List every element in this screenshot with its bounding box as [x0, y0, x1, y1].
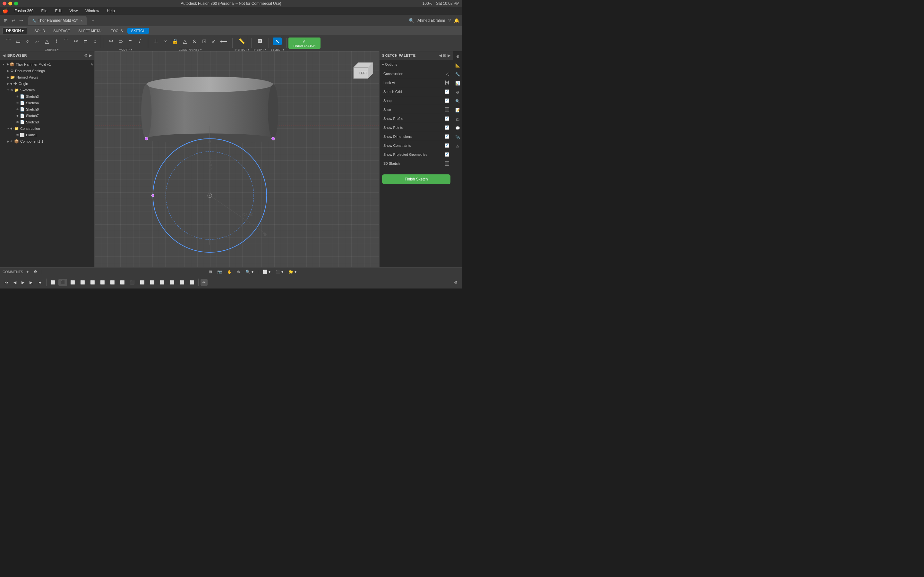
finish-sketch-toolbar-button[interactable]: ✓ FINISH SKETCH	[288, 37, 320, 49]
3d-sketch-checkbox[interactable]	[445, 161, 449, 166]
menu-edit[interactable]: Edit	[54, 8, 63, 14]
timeline-item-2[interactable]: ⬛	[58, 279, 67, 286]
finish-sketch-palette-button[interactable]: Finish Sketch	[382, 174, 451, 184]
tab-surface[interactable]: SURFACE	[49, 28, 74, 34]
tab-new-btn[interactable]: ⊞	[3, 17, 9, 24]
tree-item-origin[interactable]: ▶ 👁 ✚ Origin	[0, 81, 94, 87]
show-profile-checkbox[interactable]	[445, 116, 449, 121]
tree-item-root[interactable]: ▾ 👁 📦 Thor Hammer Mold v1 ✎	[0, 61, 94, 68]
point-tool[interactable]: ✂	[71, 37, 80, 45]
expand-icon-doc[interactable]: ▶	[6, 69, 10, 73]
slice-checkbox[interactable]	[445, 107, 449, 112]
circle-tool[interactable]: ○	[23, 37, 32, 45]
right-icon-3[interactable]: 🔧	[454, 71, 462, 78]
right-icon-8[interactable]: 🗂	[454, 115, 462, 123]
root-edit-icon[interactable]: ✎	[90, 63, 93, 66]
notifications-icon[interactable]: 🔔	[454, 18, 459, 23]
tab-sketch[interactable]: SKETCH	[128, 28, 150, 34]
offset-tool[interactable]: ⊏	[81, 37, 90, 45]
palette-left-btn[interactable]: ◀	[439, 53, 442, 58]
spline-tool[interactable]: ⌇	[52, 37, 61, 45]
minimize-button[interactable]	[8, 2, 12, 5]
timeline-item-14[interactable]: ⬜	[178, 279, 186, 286]
fix-tool[interactable]: ⊙	[190, 37, 199, 45]
tree-item-sketch6[interactable]: ▶ 👁 📄 Sketch6	[0, 106, 94, 113]
right-icon-6[interactable]: 🔍	[454, 97, 462, 105]
timeline-item-5[interactable]: ⬜	[88, 279, 97, 286]
line-tool[interactable]: ⌒	[4, 37, 13, 45]
show-points-checkbox[interactable]	[445, 125, 449, 130]
zoom-fit-btn[interactable]: ⊕	[235, 268, 242, 276]
tree-item-plane1[interactable]: ▶ 👁 ⬜ Plane1	[0, 132, 94, 138]
tree-item-sketch8[interactable]: ▶ 👁 📄 Sketch8	[0, 119, 94, 125]
browser-collapse-btn[interactable]: ◀	[3, 53, 5, 58]
tree-item-sketches[interactable]: ▾ 👁 📁 Sketches	[0, 87, 94, 93]
tab-close-button[interactable]: ×	[81, 19, 83, 23]
effects-btn[interactable]: 🌟 ▾	[286, 268, 298, 276]
fillet-tool[interactable]: =	[126, 37, 135, 45]
coincident-tool[interactable]: ⊥	[152, 37, 160, 45]
timeline-item-10[interactable]: ⬜	[138, 279, 147, 286]
snap-checkbox[interactable]	[445, 98, 449, 103]
conic-tool[interactable]: ⌒	[61, 37, 71, 45]
tab-redo[interactable]: ↪	[18, 17, 24, 24]
eye-icon-sketch3[interactable]: 👁	[16, 95, 19, 98]
inspect-tool[interactable]: 📏	[237, 37, 246, 45]
eye-icon-origin[interactable]: 👁	[10, 82, 13, 85]
timeline-item-8[interactable]: ⬜	[118, 279, 127, 286]
tree-item-sketch3[interactable]: ▶ 👁 📄 Sketch3	[0, 93, 94, 100]
browser-settings-btn[interactable]: ⚙	[84, 53, 87, 58]
arc-tool[interactable]: ⌓	[33, 37, 42, 45]
show-projected-checkbox[interactable]	[445, 152, 449, 157]
timeline-item-9[interactable]: ⬛	[128, 279, 137, 286]
view-mode-btn[interactable]: ⊞	[207, 268, 214, 276]
tree-item-sketch4[interactable]: ▶ 👁 📄 Sketch4	[0, 100, 94, 106]
right-icon-2[interactable]: 📐	[454, 61, 462, 69]
timeline-item-4[interactable]: ⬜	[78, 279, 87, 286]
comments-settings-btn[interactable]: ⚙	[32, 268, 39, 276]
zoom-level-btn[interactable]: 🔍 ▾	[244, 268, 255, 276]
collinear-tool[interactable]: ×	[161, 37, 170, 45]
tree-item-doc-settings[interactable]: ▶ ⚙ Document Settings	[0, 68, 94, 74]
menu-fusion[interactable]: Fusion 360	[13, 8, 35, 14]
options-title[interactable]: ▾ Options	[382, 63, 451, 67]
eye-icon-component1[interactable]: 👁	[10, 140, 13, 143]
expand-icon-root[interactable]: ▾	[1, 63, 6, 66]
show-constraints-checkbox[interactable]	[445, 143, 449, 148]
polygon-tool[interactable]: △	[42, 37, 51, 45]
tree-item-sketch7[interactable]: ▶ 👁 📄 Sketch7	[0, 113, 94, 119]
select-tool[interactable]: ↖	[273, 37, 282, 45]
offset2-tool[interactable]: /	[136, 37, 144, 45]
eye-icon-root[interactable]: 👁	[6, 63, 9, 66]
eye-icon-sketch8[interactable]: 👁	[16, 121, 19, 124]
tab-tools[interactable]: TOOLS	[107, 28, 127, 34]
pan-btn[interactable]: ✋	[225, 268, 234, 276]
maximize-button[interactable]	[14, 2, 18, 5]
timeline-play-btn[interactable]: ▶	[19, 279, 26, 286]
design-mode-button[interactable]: DESIGN ▾	[3, 27, 27, 34]
timeline-next-btn[interactable]: ▶|	[27, 279, 35, 286]
timeline-item-6[interactable]: ⬜	[98, 279, 107, 286]
tab-undo[interactable]: ↩	[10, 17, 17, 24]
tab-sheet-metal[interactable]: SHEET METAL	[74, 28, 106, 34]
right-icon-1[interactable]: ⊕	[454, 53, 462, 60]
sketch-grid-checkbox[interactable]	[445, 89, 449, 94]
rect-tool[interactable]: ▭	[13, 37, 23, 45]
timeline-prev-btn[interactable]: ◀	[11, 279, 18, 286]
parallel-tool[interactable]: ⊡	[200, 37, 208, 45]
eye-icon-sketch4[interactable]: 👁	[16, 101, 19, 105]
tree-item-named-views[interactable]: ▶ 📂 Named Views	[0, 74, 94, 81]
extend-tool[interactable]: ⊃	[116, 37, 125, 45]
tree-item-component1[interactable]: ▶ 👁 📦 Component1:1	[0, 138, 94, 145]
right-icon-11[interactable]: ⚠	[454, 142, 462, 150]
menu-help[interactable]: Help	[105, 8, 116, 14]
timeline-end-btn[interactable]: ⏭	[37, 279, 44, 286]
active-sketch-marker[interactable]: ✏	[200, 279, 208, 286]
construction-icon-btn[interactable]: ◁	[446, 71, 449, 76]
timeline-item-15[interactable]: ⬜	[188, 279, 196, 286]
search-icon[interactable]: 🔍	[409, 18, 414, 23]
concentric-tool[interactable]: 🔒	[171, 37, 180, 45]
eye-icon-sketch7[interactable]: 👁	[16, 114, 19, 118]
timeline-item-1[interactable]: ⬜	[48, 279, 57, 286]
right-icon-10[interactable]: 📎	[454, 133, 462, 141]
